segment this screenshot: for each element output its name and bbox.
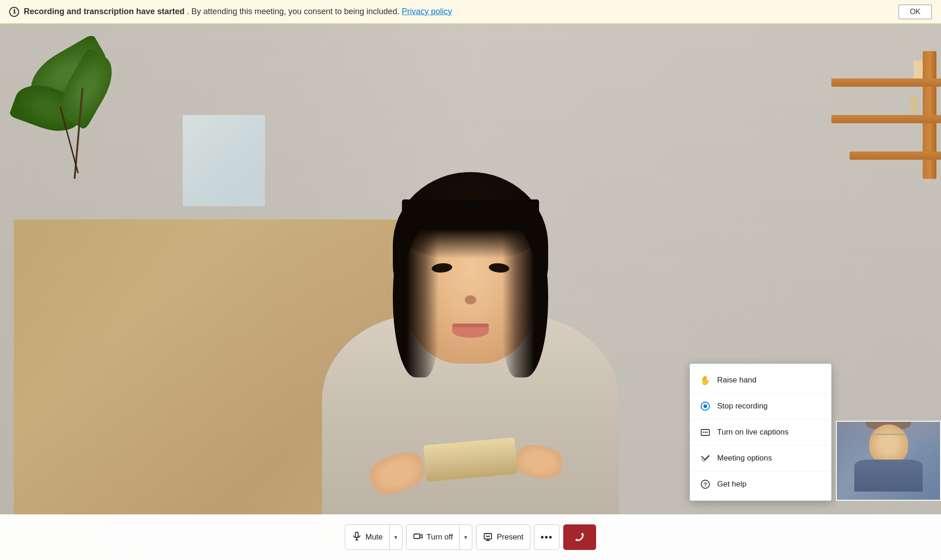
shelf-board-3 bbox=[850, 152, 941, 160]
meeting-options-label: Meeting options bbox=[717, 454, 772, 463]
thumb-glasses bbox=[872, 434, 906, 435]
camera-dropdown-arrow[interactable]: ▾ bbox=[460, 525, 472, 550]
meeting-options-option[interactable]: Meeting options bbox=[690, 445, 831, 471]
stop-recording-label: Stop recording bbox=[717, 402, 768, 411]
more-options-menu: ✋ Raise hand Stop recording Turn bbox=[690, 364, 831, 501]
info-icon: ℹ bbox=[9, 7, 19, 17]
ok-button[interactable]: OK bbox=[899, 5, 932, 19]
mute-split-button: Mute ▾ bbox=[345, 524, 402, 550]
live-captions-icon bbox=[700, 427, 711, 438]
camera-split-button: Turn off ▾ bbox=[406, 524, 473, 550]
notification-content: ℹ Recording and transcription have start… bbox=[9, 7, 452, 17]
camera-label: Turn off bbox=[427, 533, 453, 542]
get-help-option[interactable]: ? Get help bbox=[690, 471, 831, 497]
camera-button[interactable]: Turn off bbox=[407, 525, 460, 550]
more-options-icon: ••• bbox=[541, 532, 553, 543]
end-call-icon bbox=[570, 527, 590, 547]
live-captions-option[interactable]: Turn on live captions bbox=[690, 419, 831, 445]
shelf-item-2 bbox=[910, 97, 918, 113]
stop-recording-icon bbox=[700, 401, 711, 412]
svg-rect-8 bbox=[355, 532, 358, 538]
chevron-down-icon-2: ▾ bbox=[464, 534, 467, 541]
shelf-item bbox=[914, 60, 923, 79]
mute-label: Mute bbox=[365, 533, 383, 542]
privacy-policy-link[interactable]: Privacy policy bbox=[402, 7, 452, 16]
main-video-area: ✋ Raise hand Stop recording Turn bbox=[0, 24, 941, 560]
present-split-button: Present bbox=[476, 524, 530, 550]
raise-hand-icon: ✋ bbox=[700, 375, 711, 386]
camera-icon bbox=[413, 531, 423, 544]
microphone-icon bbox=[352, 531, 362, 544]
thumb-face bbox=[869, 424, 908, 463]
shelf-board-1 bbox=[831, 79, 941, 87]
shelf-board-2 bbox=[831, 115, 941, 123]
present-button[interactable]: Present bbox=[476, 525, 530, 550]
meeting-options-icon bbox=[700, 453, 711, 464]
thumb-person-container bbox=[854, 421, 923, 500]
thumb-body bbox=[854, 460, 923, 492]
present-icon bbox=[483, 531, 493, 544]
raise-hand-label: Raise hand bbox=[717, 376, 756, 385]
stop-recording-option[interactable]: Stop recording bbox=[690, 393, 831, 419]
self-view-thumbnail bbox=[836, 421, 941, 501]
svg-point-5 bbox=[707, 432, 708, 433]
raise-hand-option[interactable]: ✋ Raise hand bbox=[690, 367, 831, 393]
notification-text: Recording and transcription have started… bbox=[24, 7, 452, 16]
end-call-button[interactable] bbox=[563, 524, 596, 550]
hair-left bbox=[393, 218, 439, 377]
mute-button[interactable]: Mute bbox=[345, 525, 390, 550]
more-options-button[interactable]: ••• bbox=[534, 524, 560, 550]
nose bbox=[465, 295, 476, 304]
chevron-down-icon: ▾ bbox=[394, 534, 397, 541]
mute-dropdown-arrow[interactable]: ▾ bbox=[390, 525, 402, 550]
svg-point-3 bbox=[703, 432, 704, 433]
svg-text:?: ? bbox=[703, 481, 707, 488]
lip-line bbox=[452, 324, 489, 327]
meeting-toolbar: Mute ▾ Turn off ▾ bbox=[0, 514, 941, 560]
svg-rect-11 bbox=[414, 534, 420, 539]
notification-banner: ℹ Recording and transcription have start… bbox=[0, 0, 941, 24]
main-presenter bbox=[311, 172, 630, 560]
window-light bbox=[183, 115, 265, 206]
svg-point-4 bbox=[705, 432, 706, 433]
hair-right bbox=[502, 218, 548, 377]
get-help-icon: ? bbox=[700, 479, 711, 490]
live-captions-label: Turn on live captions bbox=[717, 428, 788, 437]
present-label: Present bbox=[497, 533, 523, 542]
get-help-label: Get help bbox=[717, 480, 746, 489]
svg-point-1 bbox=[703, 404, 707, 408]
svg-rect-12 bbox=[484, 534, 492, 539]
